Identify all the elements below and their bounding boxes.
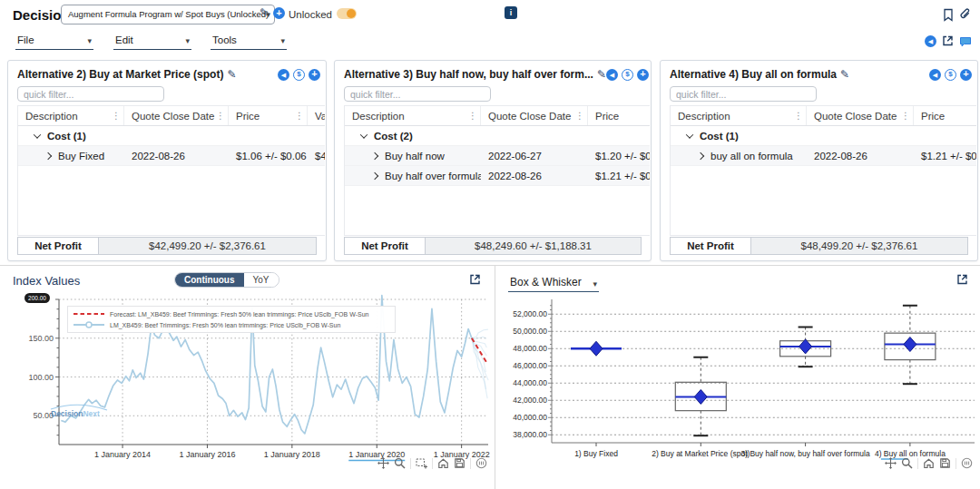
chart-type-dropdown[interactable]: Box & Whisker (508, 276, 599, 292)
column-header-price[interactable]: Price (914, 106, 976, 125)
expand-chevron-icon[interactable] (371, 152, 378, 159)
lock-toggle[interactable] (337, 8, 357, 19)
table-row[interactable]: Buy half now 2022-06-27 $1.20 +/- $0.06 (345, 146, 650, 166)
comment-icon[interactable] (959, 35, 972, 52)
column-menu-icon[interactable] (901, 111, 913, 121)
currency-icon[interactable] (293, 69, 305, 81)
back-icon[interactable] (606, 69, 618, 81)
toggle-continuous[interactable]: Continuous (175, 273, 244, 287)
back-icon[interactable] (925, 35, 936, 47)
home-icon[interactable] (437, 457, 449, 469)
expand-chevron-icon[interactable] (697, 152, 704, 159)
plotly-logo-icon[interactable] (475, 457, 487, 469)
column-header-description[interactable]: Description (18, 106, 124, 125)
add-decision-plus-icon[interactable] (273, 7, 285, 19)
add-row-plus-icon[interactable] (960, 69, 972, 81)
column-header-description[interactable]: Description (345, 106, 481, 125)
net-profit-label: Net Profit (17, 237, 99, 255)
save-icon[interactable] (454, 457, 466, 469)
box-select-icon[interactable] (416, 457, 427, 469)
menu-edit-label: Edit (115, 34, 133, 45)
column-header-quote-close-date[interactable]: Quote Close Date (124, 106, 229, 125)
column-header-value[interactable]: Va (308, 106, 325, 125)
alternative-table: Description Quote Close Date Price Va Co… (17, 105, 325, 236)
expand-chevron-icon[interactable] (371, 171, 378, 179)
menu-tools[interactable]: Tools (211, 33, 287, 50)
paperclip-icon[interactable] (959, 8, 972, 25)
quick-filter-input[interactable] (17, 86, 164, 102)
panel-title: Alternative 4) Buy all on formula (670, 68, 837, 81)
column-menu-icon[interactable] (112, 111, 123, 121)
expand-chart-icon[interactable] (469, 273, 482, 289)
column-menu-icon[interactable] (216, 111, 228, 121)
pan-icon[interactable] (377, 457, 389, 469)
save-icon[interactable] (939, 457, 951, 469)
menu-file-label: File (17, 34, 34, 45)
currency-icon[interactable] (945, 69, 956, 81)
chart-legend: Forecast: LM_XB459: Beef Trimmings: Fres… (67, 306, 396, 333)
chart-type-value: Box & Whisker (510, 276, 582, 289)
expand-chevron-icon[interactable] (44, 152, 52, 159)
svg-text:2) Buy at Market Price (spot): 2) Buy at Market Price (spot) (652, 449, 750, 458)
currency-icon[interactable] (622, 69, 633, 81)
column-header-price[interactable]: Price (588, 106, 650, 125)
plotly-logo-icon[interactable] (961, 457, 973, 469)
table-row[interactable]: Buy Fixed 2022-08-26 $1.06 +/- $0.06 $4 (18, 146, 325, 166)
svg-text:1 January 2016: 1 January 2016 (179, 450, 235, 459)
collapse-chevron-icon[interactable] (34, 131, 41, 138)
bookmark-icon[interactable] (942, 8, 955, 25)
edit-alternative-pencil-icon[interactable] (227, 69, 236, 80)
zoom-icon[interactable] (901, 457, 913, 469)
toggle-yoy[interactable]: YoY (244, 273, 279, 287)
decision-dropdown[interactable]: Augment Formula Program w/ Spot Buys (Un… (61, 5, 275, 24)
menu-file[interactable]: File (15, 33, 93, 50)
edit-alternative-pencil-icon[interactable] (840, 69, 849, 80)
menu-edit[interactable]: Edit (113, 33, 191, 50)
column-menu-icon[interactable] (794, 111, 806, 121)
quick-filter-input[interactable] (344, 86, 491, 102)
home-icon[interactable] (923, 457, 935, 469)
column-header-quote-close-date[interactable]: Quote Close Date (807, 106, 914, 125)
column-header-price[interactable]: Price (229, 106, 308, 125)
table-row[interactable]: buy all on formula 2022-08-26 $1.21 +/- … (671, 146, 976, 166)
zoom-icon[interactable] (394, 457, 406, 469)
column-menu-icon[interactable] (575, 111, 587, 121)
back-icon[interactable] (278, 69, 289, 81)
edit-alternative-pencil-icon[interactable] (597, 69, 606, 80)
quick-filter-input[interactable] (670, 86, 817, 102)
column-menu-icon[interactable] (468, 111, 480, 121)
menu-tools-label: Tools (212, 34, 237, 45)
svg-text:1 January 2018: 1 January 2018 (264, 450, 320, 459)
pan-icon[interactable] (885, 457, 897, 469)
legend-item-forecast[interactable]: Forecast: LM_XB459: Beef Trimmings: Fres… (74, 310, 389, 318)
add-row-plus-icon[interactable] (309, 69, 320, 81)
expand-chart-icon[interactable] (956, 273, 969, 289)
alternative-2-panel: Alternative 2) Buy at Market Price (spot… (7, 60, 327, 261)
collapse-chevron-icon[interactable] (360, 131, 368, 138)
table-group-row[interactable]: Cost (1) (671, 126, 976, 146)
svg-text:48,000.00: 48,000.00 (513, 344, 547, 353)
table-group-row[interactable]: Cost (2) (345, 126, 650, 146)
chevron-down-icon (280, 34, 285, 45)
index-values-title: Index Values (13, 274, 80, 288)
svg-text:42,000.00: 42,000.00 (513, 396, 547, 405)
legend-item-series[interactable]: LM_XB459: Beef Trimmings: Fresh 50% lean… (74, 321, 389, 328)
table-group-row[interactable]: Cost (1) (18, 126, 325, 146)
column-header-description[interactable]: Description (671, 106, 807, 125)
column-header-quote-close-date[interactable]: Quote Close Date (481, 106, 588, 125)
back-icon[interactable] (929, 69, 941, 81)
add-row-plus-icon[interactable] (637, 69, 649, 81)
collapse-chevron-icon[interactable] (686, 131, 693, 138)
column-menu-icon[interactable] (295, 111, 307, 121)
chart-toolbar (885, 457, 973, 469)
external-link-icon[interactable] (942, 34, 955, 51)
svg-text:3) Buy half now, buy half over: 3) Buy half now, buy half over formula (740, 449, 869, 458)
svg-text:46,000.00: 46,000.00 (513, 361, 547, 370)
continuous-yoy-toggle[interactable]: Continuous YoY (174, 272, 279, 288)
legend-blue-line-sample (74, 321, 104, 328)
table-row[interactable]: Buy half over formula 2022-08-26 $1.21 +… (345, 166, 650, 186)
box-whisker-chart[interactable]: 38,000.0040,000.0042,000.0044,000.0046,0… (495, 292, 980, 474)
decision-dropdown-value: Augment Formula Program w/ Spot Buys (Un… (68, 9, 269, 19)
info-icon[interactable] (505, 6, 517, 19)
edit-decision-pencil-icon[interactable] (260, 7, 269, 18)
